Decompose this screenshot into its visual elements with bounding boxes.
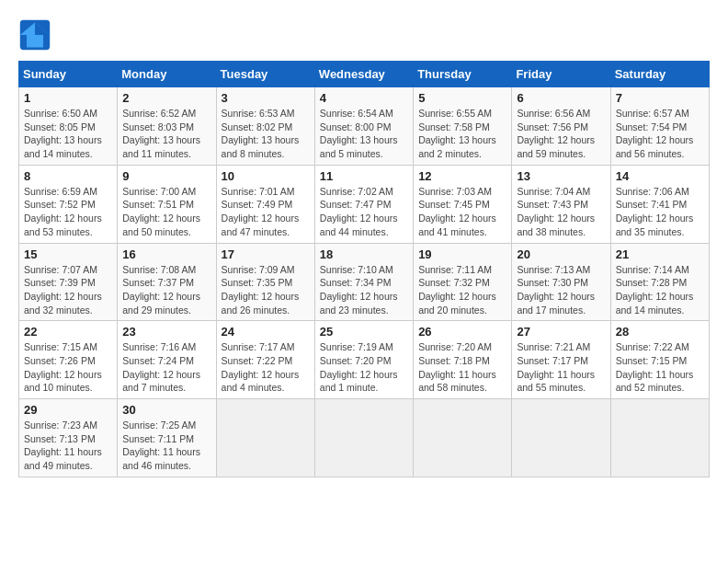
day-cell: 22Sunrise: 7:15 AM Sunset: 7:26 PM Dayli… <box>19 321 118 399</box>
day-cell: 2Sunrise: 6:52 AM Sunset: 8:03 PM Daylig… <box>118 87 216 166</box>
day-info: Sunrise: 6:52 AM Sunset: 8:03 PM Dayligh… <box>122 107 210 161</box>
day-number: 28 <box>616 325 704 339</box>
logo <box>18 18 55 52</box>
day-cell: 11Sunrise: 7:02 AM Sunset: 7:47 PM Dayli… <box>314 165 413 243</box>
day-number: 18 <box>320 247 408 261</box>
day-info: Sunrise: 7:15 AM Sunset: 7:26 PM Dayligh… <box>24 340 112 395</box>
day-number: 7 <box>616 91 704 105</box>
day-number: 25 <box>320 325 408 339</box>
column-header-monday: Monday <box>118 62 216 87</box>
day-info: Sunrise: 6:59 AM Sunset: 7:52 PM Dayligh… <box>24 185 112 239</box>
day-info: Sunrise: 6:50 AM Sunset: 8:05 PM Dayligh… <box>24 107 112 161</box>
day-number: 17 <box>222 247 310 261</box>
day-cell: 1Sunrise: 6:50 AM Sunset: 8:05 PM Daylig… <box>19 87 118 166</box>
day-number: 16 <box>122 247 210 261</box>
day-number: 13 <box>517 169 605 183</box>
day-number: 5 <box>418 91 506 105</box>
column-header-wednesday: Wednesday <box>314 62 413 87</box>
day-cell: 28Sunrise: 7:22 AM Sunset: 7:15 PM Dayli… <box>610 321 709 399</box>
day-cell: 12Sunrise: 7:03 AM Sunset: 7:45 PM Dayli… <box>414 165 512 243</box>
header-row: SundayMondayTuesdayWednesdayThursdayFrid… <box>19 62 710 87</box>
day-number: 21 <box>616 247 704 261</box>
day-cell <box>414 399 512 477</box>
day-info: Sunrise: 7:00 AM Sunset: 7:51 PM Dayligh… <box>122 185 210 239</box>
day-number: 15 <box>24 247 112 261</box>
day-cell: 4Sunrise: 6:54 AM Sunset: 8:00 PM Daylig… <box>314 87 413 166</box>
day-info: Sunrise: 6:54 AM Sunset: 8:00 PM Dayligh… <box>320 107 408 161</box>
day-info: Sunrise: 7:14 AM Sunset: 7:28 PM Dayligh… <box>616 263 704 317</box>
day-info: Sunrise: 7:23 AM Sunset: 7:13 PM Dayligh… <box>24 419 112 473</box>
day-number: 6 <box>517 91 605 105</box>
day-number: 19 <box>418 247 506 261</box>
day-number: 10 <box>222 169 310 183</box>
day-cell <box>216 399 314 477</box>
day-info: Sunrise: 7:20 AM Sunset: 7:18 PM Dayligh… <box>418 340 506 395</box>
day-cell: 27Sunrise: 7:21 AM Sunset: 7:17 PM Dayli… <box>512 321 610 399</box>
day-info: Sunrise: 7:02 AM Sunset: 7:47 PM Dayligh… <box>320 185 408 239</box>
column-header-tuesday: Tuesday <box>216 62 314 87</box>
day-number: 1 <box>24 91 112 105</box>
day-cell: 13Sunrise: 7:04 AM Sunset: 7:43 PM Dayli… <box>512 165 610 243</box>
day-cell: 26Sunrise: 7:20 AM Sunset: 7:18 PM Dayli… <box>414 321 512 399</box>
day-cell: 23Sunrise: 7:16 AM Sunset: 7:24 PM Dayli… <box>118 321 216 399</box>
day-number: 12 <box>418 169 506 183</box>
day-number: 14 <box>616 169 704 183</box>
day-number: 29 <box>24 403 112 417</box>
day-number: 30 <box>122 403 210 417</box>
day-number: 4 <box>320 91 408 105</box>
day-cell: 19Sunrise: 7:11 AM Sunset: 7:32 PM Dayli… <box>414 243 512 321</box>
week-row-5: 29Sunrise: 7:23 AM Sunset: 7:13 PM Dayli… <box>19 399 710 477</box>
day-cell <box>314 399 413 477</box>
day-cell: 15Sunrise: 7:07 AM Sunset: 7:39 PM Dayli… <box>19 243 118 321</box>
day-info: Sunrise: 6:53 AM Sunset: 8:02 PM Dayligh… <box>222 107 310 161</box>
day-number: 24 <box>222 325 310 339</box>
day-cell: 9Sunrise: 7:00 AM Sunset: 7:51 PM Daylig… <box>118 165 216 243</box>
week-row-1: 1Sunrise: 6:50 AM Sunset: 8:05 PM Daylig… <box>19 87 710 166</box>
day-info: Sunrise: 7:25 AM Sunset: 7:11 PM Dayligh… <box>122 419 210 473</box>
day-number: 9 <box>122 169 210 183</box>
week-row-2: 8Sunrise: 6:59 AM Sunset: 7:52 PM Daylig… <box>19 165 710 243</box>
day-info: Sunrise: 7:04 AM Sunset: 7:43 PM Dayligh… <box>517 185 605 239</box>
day-info: Sunrise: 7:22 AM Sunset: 7:15 PM Dayligh… <box>616 340 704 395</box>
column-header-thursday: Thursday <box>414 62 512 87</box>
day-info: Sunrise: 6:56 AM Sunset: 7:56 PM Dayligh… <box>517 107 605 161</box>
day-cell: 3Sunrise: 6:53 AM Sunset: 8:02 PM Daylig… <box>216 87 314 166</box>
day-info: Sunrise: 7:21 AM Sunset: 7:17 PM Dayligh… <box>517 340 605 395</box>
week-row-3: 15Sunrise: 7:07 AM Sunset: 7:39 PM Dayli… <box>19 243 710 321</box>
day-info: Sunrise: 7:13 AM Sunset: 7:30 PM Dayligh… <box>517 263 605 317</box>
day-info: Sunrise: 7:08 AM Sunset: 7:37 PM Dayligh… <box>122 263 210 317</box>
day-number: 23 <box>122 325 210 339</box>
day-info: Sunrise: 7:17 AM Sunset: 7:22 PM Dayligh… <box>222 340 310 395</box>
calendar-table: SundayMondayTuesdayWednesdayThursdayFrid… <box>18 61 710 477</box>
day-cell: 8Sunrise: 6:59 AM Sunset: 7:52 PM Daylig… <box>19 165 118 243</box>
day-info: Sunrise: 6:57 AM Sunset: 7:54 PM Dayligh… <box>616 107 704 161</box>
logo-icon <box>18 18 51 52</box>
day-cell <box>610 399 709 477</box>
day-number: 2 <box>122 91 210 105</box>
day-info: Sunrise: 7:16 AM Sunset: 7:24 PM Dayligh… <box>122 340 210 395</box>
day-cell: 5Sunrise: 6:55 AM Sunset: 7:58 PM Daylig… <box>414 87 512 166</box>
day-cell: 10Sunrise: 7:01 AM Sunset: 7:49 PM Dayli… <box>216 165 314 243</box>
day-info: Sunrise: 7:06 AM Sunset: 7:41 PM Dayligh… <box>616 185 704 239</box>
day-cell <box>512 399 610 477</box>
day-cell: 30Sunrise: 7:25 AM Sunset: 7:11 PM Dayli… <box>118 399 216 477</box>
day-number: 3 <box>222 91 310 105</box>
day-info: Sunrise: 6:55 AM Sunset: 7:58 PM Dayligh… <box>418 107 506 161</box>
day-number: 26 <box>418 325 506 339</box>
day-number: 20 <box>517 247 605 261</box>
day-number: 11 <box>320 169 408 183</box>
week-row-4: 22Sunrise: 7:15 AM Sunset: 7:26 PM Dayli… <box>19 321 710 399</box>
day-cell: 21Sunrise: 7:14 AM Sunset: 7:28 PM Dayli… <box>610 243 709 321</box>
day-cell: 24Sunrise: 7:17 AM Sunset: 7:22 PM Dayli… <box>216 321 314 399</box>
day-info: Sunrise: 7:07 AM Sunset: 7:39 PM Dayligh… <box>24 263 112 317</box>
day-cell: 14Sunrise: 7:06 AM Sunset: 7:41 PM Dayli… <box>610 165 709 243</box>
day-info: Sunrise: 7:19 AM Sunset: 7:20 PM Dayligh… <box>320 340 408 395</box>
day-info: Sunrise: 7:01 AM Sunset: 7:49 PM Dayligh… <box>222 185 310 239</box>
day-cell: 20Sunrise: 7:13 AM Sunset: 7:30 PM Dayli… <box>512 243 610 321</box>
day-info: Sunrise: 7:10 AM Sunset: 7:34 PM Dayligh… <box>320 263 408 317</box>
day-info: Sunrise: 7:09 AM Sunset: 7:35 PM Dayligh… <box>222 263 310 317</box>
day-cell: 18Sunrise: 7:10 AM Sunset: 7:34 PM Dayli… <box>314 243 413 321</box>
header <box>18 18 710 52</box>
day-cell: 25Sunrise: 7:19 AM Sunset: 7:20 PM Dayli… <box>314 321 413 399</box>
day-info: Sunrise: 7:03 AM Sunset: 7:45 PM Dayligh… <box>418 185 506 239</box>
